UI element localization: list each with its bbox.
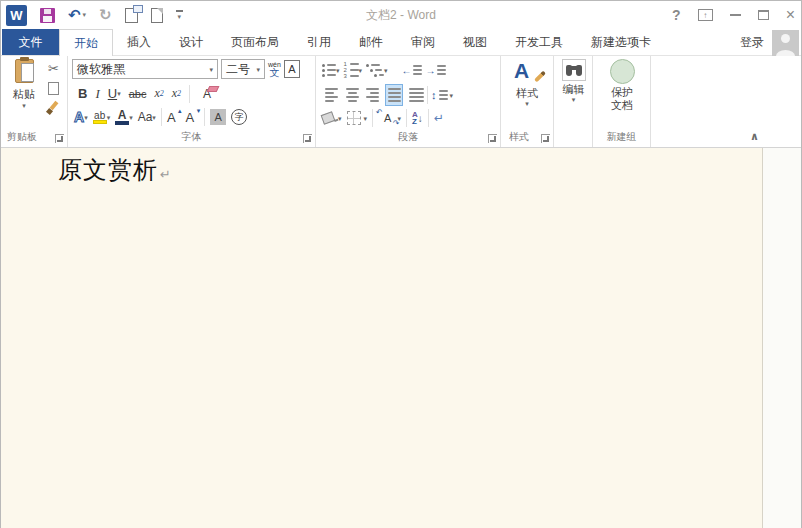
tab-home[interactable]: 开始	[59, 29, 113, 56]
tab-developer[interactable]: 开发工具	[501, 29, 577, 55]
tab-new-custom[interactable]: 新建选项卡	[577, 29, 665, 55]
vertical-scrollbar[interactable]	[762, 148, 801, 528]
highlight-caret-icon[interactable]: ▾	[107, 114, 111, 121]
grow-font-button[interactable]: A▴	[167, 110, 181, 125]
tab-references[interactable]: 引用	[293, 29, 345, 55]
ribbon-display-options-button[interactable]: ↑	[698, 9, 713, 21]
underline-caret-icon[interactable]: ▾	[117, 90, 121, 97]
numbering-button[interactable]: 1 2 3 ▾	[344, 62, 363, 78]
line-spacing-caret-icon[interactable]: ▾	[450, 92, 454, 99]
new-document-button[interactable]	[151, 8, 163, 23]
superscript-button[interactable]: x2	[172, 86, 181, 101]
clipboard-small-buttons: ✂	[46, 61, 61, 116]
sort-button[interactable]: A Z ↓	[412, 111, 423, 125]
document-area[interactable]: 原文赏析 ↵	[1, 148, 801, 528]
cut-button[interactable]: ✂	[48, 61, 59, 76]
bold-button[interactable]: B	[78, 86, 87, 101]
paste-label: 粘贴	[13, 87, 35, 102]
font-name-combobox[interactable]: 微软雅黑 ▾	[72, 59, 218, 79]
character-border-button[interactable]: A	[284, 60, 300, 78]
help-button[interactable]: ?	[672, 7, 681, 23]
tab-insert[interactable]: 插入	[113, 29, 165, 55]
tab-design[interactable]: 设计	[165, 29, 217, 55]
enclose-characters-button[interactable]: 字	[231, 109, 247, 125]
copy-button[interactable]	[48, 82, 59, 95]
change-case-caret-icon[interactable]: ▾	[152, 114, 156, 121]
bullets-caret-icon[interactable]: ▾	[336, 67, 340, 74]
undo-button[interactable]: ↶ ▾	[68, 8, 86, 22]
align-center-button[interactable]	[343, 84, 361, 106]
styles-caret-icon[interactable]: ▾	[525, 100, 529, 107]
strikethrough-button[interactable]: abc	[129, 88, 147, 100]
protect-document-button[interactable]: 保护 文档	[601, 59, 643, 129]
phonetic-guide-button[interactable]: wén 文	[268, 61, 281, 78]
change-case-button[interactable]: Aa ▾	[138, 110, 156, 124]
maximize-button[interactable]	[758, 10, 769, 20]
align-right-button[interactable]	[364, 84, 382, 106]
align-left-button[interactable]	[322, 84, 340, 106]
text-effects-button[interactable]: A ▾	[74, 109, 88, 125]
shading-button[interactable]: ▾	[322, 113, 342, 123]
word-window: W ↶ ▾ ↻ ▾ 文档2 - Word	[0, 0, 802, 528]
underline-button[interactable]: U ▾	[108, 86, 121, 101]
undo-dropdown-caret-icon[interactable]: ▾	[83, 11, 87, 19]
editing-caret-icon[interactable]: ▾	[572, 96, 576, 103]
multilevel-list-button[interactable]: ▾	[366, 64, 388, 77]
font-color-button[interactable]: A ▾	[115, 110, 133, 125]
collapse-ribbon-button[interactable]: ∧	[750, 130, 759, 143]
tab-mailings[interactable]: 邮件	[345, 29, 397, 55]
redo-button[interactable]: ↻	[99, 8, 112, 22]
save-button[interactable]	[40, 8, 55, 23]
numbering-caret-icon[interactable]: ▾	[359, 67, 363, 74]
font-dialog-launcher[interactable]	[303, 134, 312, 143]
clear-formatting-button[interactable]: A	[198, 86, 216, 102]
customize-qat-button[interactable]: ▾	[176, 10, 183, 21]
shrink-font-button[interactable]: A▾	[186, 110, 200, 125]
sign-in-link[interactable]: 登录	[740, 34, 764, 51]
numbering-icon: 1 2 3	[344, 62, 359, 78]
paragraph-mark-icon: ↵	[160, 167, 171, 182]
font-size-combobox[interactable]: 二号 ▾	[221, 59, 265, 79]
character-shading-button[interactable]: A	[210, 109, 226, 125]
bullets-button[interactable]: ▾	[322, 64, 340, 77]
minimize-button[interactable]	[730, 14, 741, 16]
line-spacing-button[interactable]: ↕ ▾	[431, 89, 453, 101]
borders-button[interactable]: ▾	[347, 111, 368, 125]
increase-indent-button[interactable]: →	[426, 65, 446, 76]
tab-page-layout[interactable]: 页面布局	[217, 29, 293, 55]
justify-button[interactable]	[385, 84, 403, 106]
format-painter-button[interactable]	[46, 101, 61, 116]
distribute-button[interactable]	[406, 84, 424, 106]
font-size-value: 二号	[226, 61, 250, 78]
font-color-caret-icon[interactable]: ▾	[129, 114, 133, 121]
highlight-button[interactable]: ab ▾	[93, 111, 111, 124]
borders-caret-icon[interactable]: ▾	[364, 115, 368, 122]
show-hide-marks-button[interactable]: ↵	[434, 111, 444, 125]
paragraph-dialog-launcher[interactable]	[488, 134, 497, 143]
tab-view[interactable]: 视图	[449, 29, 501, 55]
paste-dropdown-caret-icon[interactable]: ▾	[22, 102, 26, 109]
paste-button[interactable]: 粘贴 ▾	[4, 59, 44, 127]
tab-file[interactable]: 文件	[2, 29, 59, 55]
font-size-caret-icon[interactable]: ▾	[253, 66, 260, 73]
clipboard-dialog-launcher[interactable]	[55, 134, 64, 143]
styles-icon: A	[514, 59, 540, 85]
asian-layout-button[interactable]: ↶ A ↷ ▾	[378, 112, 401, 124]
multilevel-caret-icon[interactable]: ▾	[384, 67, 388, 74]
document-line[interactable]: 原文赏析 ↵	[58, 154, 171, 186]
styles-button[interactable]: A 样式 ▾	[506, 59, 548, 127]
editing-button[interactable]: 编辑 ▾	[557, 59, 590, 127]
styles-dialog-launcher[interactable]	[541, 134, 550, 143]
text-effects-caret-icon[interactable]: ▾	[84, 114, 88, 121]
word-logo-icon[interactable]: W	[6, 5, 27, 26]
document-heading-text[interactable]: 原文赏析	[58, 154, 158, 186]
decrease-indent-button[interactable]: ←	[402, 65, 422, 76]
align-right-icon	[365, 85, 381, 105]
subscript-button[interactable]: x2	[154, 86, 163, 101]
italic-button[interactable]: I	[95, 86, 99, 102]
font-name-caret-icon[interactable]: ▾	[206, 66, 213, 73]
open-in-window-button[interactable]	[125, 8, 138, 23]
close-button[interactable]: ×	[786, 8, 795, 22]
user-avatar[interactable]	[772, 30, 799, 56]
tab-review[interactable]: 审阅	[397, 29, 449, 55]
